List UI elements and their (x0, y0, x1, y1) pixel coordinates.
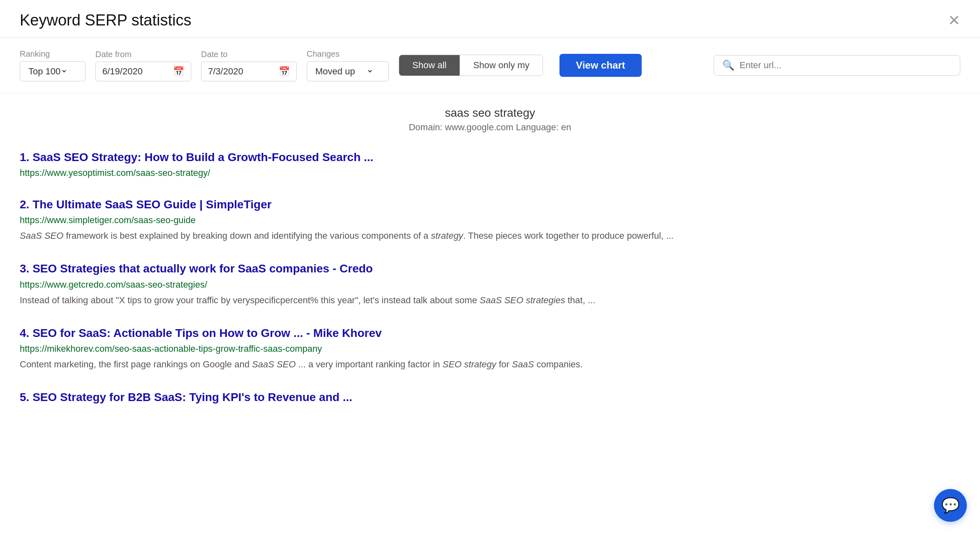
result-url-1[interactable]: https://www.yesoptimist.com/saas-seo-str… (20, 168, 960, 178)
url-search-wrap[interactable]: 🔍 (714, 55, 960, 76)
result-url-4[interactable]: https://mikekhorev.com/seo-saas-actionab… (20, 344, 960, 354)
result-title-3[interactable]: 3. SEO Strategies that actually work for… (20, 261, 960, 277)
list-item: 2. The Ultimate SaaS SEO Guide | SimpleT… (20, 196, 960, 242)
ranking-filter: Ranking Top 10 Top 20 Top 50 Top 100 (20, 49, 86, 81)
result-desc-3: Instead of talking about "X tips to grow… (20, 293, 960, 307)
date-to-filter: Date to 📅 (201, 50, 297, 81)
url-search-input[interactable] (740, 60, 952, 71)
list-item: 4. SEO for SaaS: Actionable Tips on How … (20, 325, 960, 371)
date-to-input[interactable] (208, 66, 274, 77)
list-item: 3. SEO Strategies that actually work for… (20, 261, 960, 307)
result-title-4[interactable]: 4. SEO for SaaS: Actionable Tips on How … (20, 325, 960, 341)
close-button[interactable]: ✕ (948, 13, 960, 28)
result-desc-2: SaaS SEO framework is best explained by … (20, 229, 960, 242)
chat-icon: 💬 (941, 497, 960, 514)
date-from-wrap[interactable]: 📅 (95, 62, 191, 81)
show-only-my-button[interactable]: Show only my (460, 55, 543, 76)
list-item: 5. SEO Strategy for B2B SaaS: Tying KPI'… (20, 389, 960, 405)
result-url-3[interactable]: https://www.getcredo.com/saas-seo-strate… (20, 279, 960, 290)
search-icon: 🔍 (722, 60, 735, 71)
result-url-2[interactable]: https://www.simpletiger.com/saas-seo-gui… (20, 215, 960, 226)
chat-button[interactable]: 💬 (934, 489, 967, 522)
header: Keyword SERP statistics ✕ (0, 0, 980, 38)
ranking-label: Ranking (20, 49, 86, 59)
show-toggle-group: Show all Show only my (399, 55, 543, 76)
page-title: Keyword SERP statistics (20, 12, 191, 29)
ranking-select-wrap[interactable]: Top 10 Top 20 Top 50 Top 100 (20, 61, 86, 81)
keyword-meta: Domain: www.google.com Language: en (20, 122, 960, 133)
date-from-filter: Date from 📅 (95, 50, 191, 81)
date-from-label: Date from (95, 50, 191, 59)
toolbar: Ranking Top 10 Top 20 Top 50 Top 100 Dat… (0, 38, 980, 93)
changes-label: Changes (307, 49, 389, 59)
changes-select-wrap[interactable]: All changes Moved up Moved down New (307, 61, 389, 81)
show-all-button[interactable]: Show all (399, 55, 460, 76)
date-from-input[interactable] (102, 66, 168, 77)
result-title-5[interactable]: 5. SEO Strategy for B2B SaaS: Tying KPI'… (20, 389, 960, 405)
date-to-label: Date to (201, 50, 297, 59)
date-to-wrap[interactable]: 📅 (201, 62, 297, 81)
changes-select[interactable]: All changes Moved up Moved down New (314, 66, 373, 77)
result-desc-4: Content marketing, the first page rankin… (20, 357, 960, 371)
result-title-1[interactable]: 1. SaaS SEO Strategy: How to Build a Gro… (20, 149, 960, 165)
calendar-to-icon: 📅 (279, 66, 290, 77)
result-title-2[interactable]: 2. The Ultimate SaaS SEO Guide | SimpleT… (20, 196, 960, 212)
view-chart-button[interactable]: View chart (559, 54, 642, 77)
changes-filter: Changes All changes Moved up Moved down … (307, 49, 389, 81)
list-item: 1. SaaS SEO Strategy: How to Build a Gro… (20, 149, 960, 178)
ranking-select[interactable]: Top 10 Top 20 Top 50 Top 100 (27, 66, 67, 77)
keyword-title: saas seo strategy (20, 106, 960, 120)
content-area: saas seo strategy Domain: www.google.com… (0, 93, 980, 436)
calendar-from-icon: 📅 (173, 66, 184, 77)
